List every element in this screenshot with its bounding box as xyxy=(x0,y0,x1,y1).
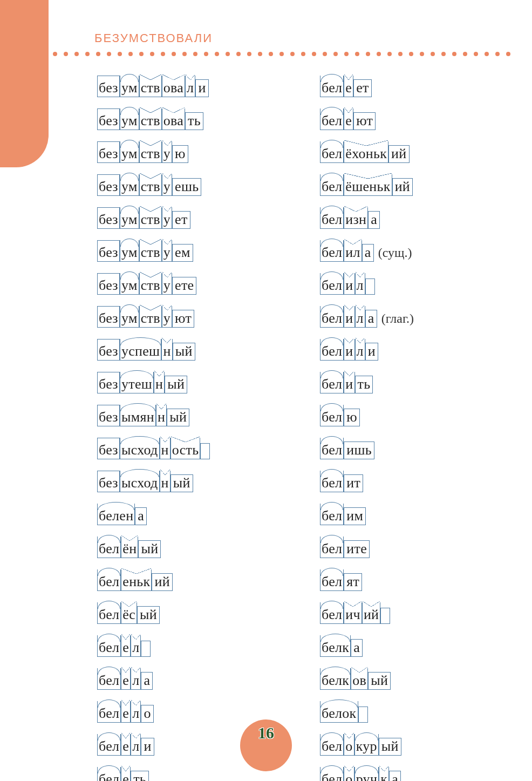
morpheme-suffix: ён xyxy=(121,536,138,558)
dot xyxy=(495,52,500,56)
dot xyxy=(485,52,489,56)
morpheme-root: ум xyxy=(120,174,139,196)
word: безумствуешь xyxy=(97,174,201,196)
morpheme-suffix: е xyxy=(121,767,131,781)
dot xyxy=(333,52,338,56)
word: белим xyxy=(320,504,366,525)
morpheme-ending: им xyxy=(344,507,366,525)
word: безумствовать xyxy=(97,108,203,130)
pos-annotation: (сущ.) xyxy=(378,246,412,259)
morpheme-suffix: н xyxy=(160,438,170,459)
morpheme-prefix: без xyxy=(97,339,120,361)
morpheme-prefix: без xyxy=(97,306,120,328)
morpheme-ending: и xyxy=(141,738,154,756)
morpheme-ending: а xyxy=(135,507,147,525)
morpheme-ending: ишь xyxy=(344,442,374,459)
word: белишь xyxy=(320,438,374,459)
morpheme-root: бел xyxy=(320,372,344,393)
morpheme-root: бел xyxy=(320,602,344,624)
morpheme-ending: а xyxy=(389,771,401,781)
word-entry: белеть xyxy=(97,767,277,781)
word-entry: безутешный xyxy=(97,372,277,393)
word-entry: безумствуешь xyxy=(97,174,277,196)
morpheme-suffix: ств xyxy=(139,273,162,295)
morpheme-root: бел xyxy=(320,141,344,163)
morpheme-ending: а xyxy=(362,244,374,262)
word-entry: белёный xyxy=(97,536,277,558)
word-entry: безумствовать xyxy=(97,108,277,130)
dot xyxy=(409,52,413,56)
morpheme-ending: а xyxy=(365,310,377,328)
morpheme-suffix: л xyxy=(355,306,365,328)
dot xyxy=(258,52,262,56)
word-entry: белил xyxy=(320,273,500,295)
morpheme-suffix: ова xyxy=(162,108,185,130)
morpheme-root: ысход xyxy=(120,471,160,492)
morpheme-suffix: ова xyxy=(162,76,185,97)
morpheme-ending: ть xyxy=(185,112,203,130)
morpheme-prefix: без xyxy=(97,273,120,295)
morpheme-suffix: н xyxy=(161,339,172,361)
morpheme-root: бел xyxy=(97,668,121,690)
word: белила xyxy=(320,306,377,328)
morpheme-suffix: у xyxy=(162,240,172,262)
morpheme-prefix: без xyxy=(97,108,120,130)
word-entry: белила(глаг.) xyxy=(320,306,500,328)
word: безысходность xyxy=(97,438,210,459)
word-entry: белите xyxy=(320,536,500,558)
word-column-2: белеетбелеютбелёхонькийбелёшенькийбелизн… xyxy=(320,76,500,781)
dot xyxy=(118,52,122,56)
morpheme-suffix: л xyxy=(131,635,141,657)
morpheme-root: бел xyxy=(97,734,121,756)
word-entry: безысходный xyxy=(97,471,277,492)
dot xyxy=(355,52,359,56)
word-entry: безумствую xyxy=(97,141,277,163)
morpheme-prefix: без xyxy=(97,471,120,492)
dot xyxy=(301,52,305,56)
morpheme-root: бел xyxy=(320,536,344,558)
dot xyxy=(377,52,381,56)
morpheme-root: бел xyxy=(320,405,344,426)
morpheme-suffix: е xyxy=(121,635,131,657)
morpheme-suffix: у xyxy=(162,207,172,229)
word-entry: белка xyxy=(320,635,500,657)
dot xyxy=(312,52,316,56)
morpheme-root: белк xyxy=(320,668,351,690)
morpheme-ending xyxy=(200,443,210,459)
word: белит xyxy=(320,471,363,492)
dot xyxy=(215,52,219,56)
dot xyxy=(139,52,144,56)
morpheme-suffix: ий xyxy=(362,602,380,624)
morpheme-root: бел xyxy=(320,734,344,756)
dot xyxy=(96,52,100,56)
morpheme-suffix: л xyxy=(131,668,141,690)
morpheme-prefix: без xyxy=(97,438,120,459)
word: белила xyxy=(320,240,374,262)
word: белеет xyxy=(320,76,372,97)
morpheme-suffix: ств xyxy=(139,240,162,262)
morpheme-root: бел xyxy=(320,438,344,459)
word: безумствует xyxy=(97,207,190,229)
morpheme-ending: ий xyxy=(392,178,413,196)
morpheme-suffix: ёшеньк xyxy=(344,174,392,196)
morpheme-suffix: ов xyxy=(351,668,368,690)
dot xyxy=(64,52,68,56)
morpheme-ending: ет xyxy=(172,211,190,229)
word: белизна xyxy=(320,207,380,229)
morpheme-root: бел xyxy=(320,273,344,295)
morpheme-root: бел xyxy=(97,569,121,591)
dot xyxy=(193,52,197,56)
dot xyxy=(474,52,478,56)
word-entry: белеет xyxy=(320,76,500,97)
word: безымянный xyxy=(97,405,189,426)
word: белоручка xyxy=(320,767,401,781)
dot xyxy=(226,52,230,56)
word: белёшенький xyxy=(320,174,413,196)
word: безысходный xyxy=(97,471,193,492)
dot xyxy=(247,52,251,56)
word: белёный xyxy=(97,536,161,558)
word-entry: беличий xyxy=(320,602,500,624)
dot xyxy=(420,52,424,56)
morpheme-ending: и xyxy=(195,79,208,97)
morpheme-root: руч xyxy=(354,767,379,781)
